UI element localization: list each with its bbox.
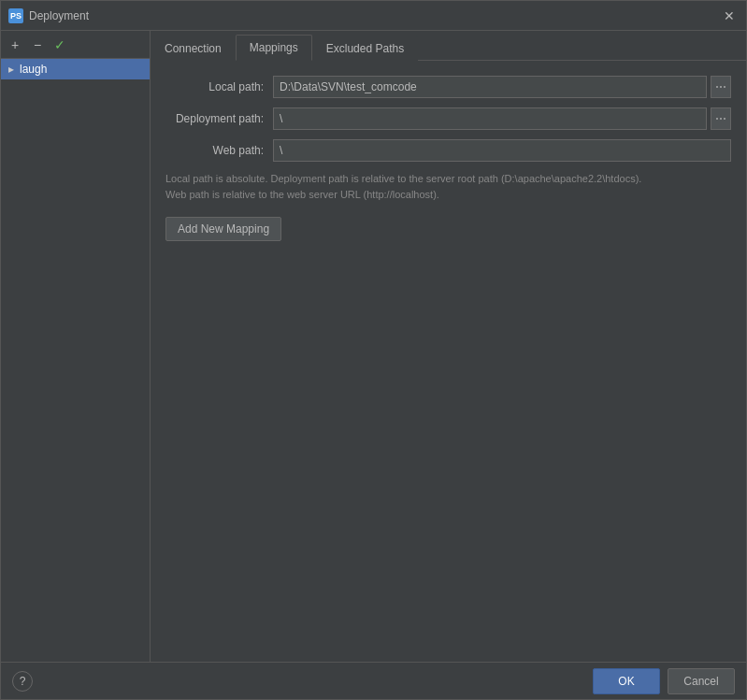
add-new-mapping-button[interactable]: Add New Mapping (165, 217, 281, 241)
server-list: ▸ laugh (1, 59, 150, 662)
local-path-input[interactable] (273, 76, 707, 98)
local-path-browse-button[interactable]: ⋯ (711, 76, 731, 98)
deployment-path-wrapper: ⋯ (273, 107, 731, 130)
local-path-wrapper: ⋯ (273, 76, 731, 98)
close-button[interactable]: ✕ (720, 7, 739, 24)
local-path-row: Local path: ⋯ (165, 76, 731, 98)
deployment-dialog: PS Deployment ✕ + − ✓ ▸ (0, 0, 747, 700)
server-icon: ▸ (8, 63, 14, 76)
help-button[interactable]: ? (12, 671, 33, 692)
cancel-button[interactable]: Cancel (668, 668, 735, 694)
deployment-path-browse-button[interactable]: ⋯ (711, 107, 731, 130)
bottom-bar: ? OK Cancel (1, 662, 746, 699)
app-icon: PS (8, 8, 23, 23)
web-path-row: Web path: (165, 139, 731, 162)
web-path-label: Web path: (165, 144, 273, 157)
sidebar-toolbar: + − ✓ (1, 31, 150, 59)
sidebar: + − ✓ ▸ laugh (1, 31, 151, 662)
main-content: + − ✓ ▸ laugh Connection (1, 31, 746, 662)
deployment-path-input[interactable] (273, 107, 707, 130)
dialog-title: Deployment (29, 9, 89, 22)
web-path-wrapper (273, 139, 731, 162)
add-server-button[interactable]: + (5, 35, 25, 55)
ok-button[interactable]: OK (593, 668, 660, 694)
tab-mappings[interactable]: Mappings (236, 35, 312, 61)
tabs-bar: Connection Mappings Excluded Paths (151, 31, 746, 61)
server-item-laugh[interactable]: ▸ laugh (1, 59, 150, 79)
remove-server-button[interactable]: − (27, 35, 48, 55)
title-bar: PS Deployment ✕ (1, 1, 746, 31)
title-bar-left: PS Deployment (8, 8, 89, 23)
local-path-label: Local path: (165, 80, 273, 93)
check-button[interactable]: ✓ (50, 35, 70, 55)
server-item-label: laugh (20, 63, 47, 76)
right-panel: Connection Mappings Excluded Paths Local… (151, 31, 746, 662)
tab-excluded-paths[interactable]: Excluded Paths (312, 36, 418, 61)
info-text-line2: Web path is relative to the web server U… (165, 189, 439, 200)
info-text-line1: Local path is absolute. Deployment path … (165, 173, 641, 184)
deployment-path-row: Deployment path: ⋯ (165, 107, 731, 130)
deployment-path-label: Deployment path: (165, 112, 273, 125)
mappings-tab-content: Local path: ⋯ Deployment path: ⋯ (151, 61, 746, 662)
bottom-buttons: OK Cancel (593, 668, 735, 694)
web-path-input[interactable] (273, 139, 731, 162)
tab-connection[interactable]: Connection (151, 36, 236, 61)
info-text: Local path is absolute. Deployment path … (165, 171, 731, 202)
